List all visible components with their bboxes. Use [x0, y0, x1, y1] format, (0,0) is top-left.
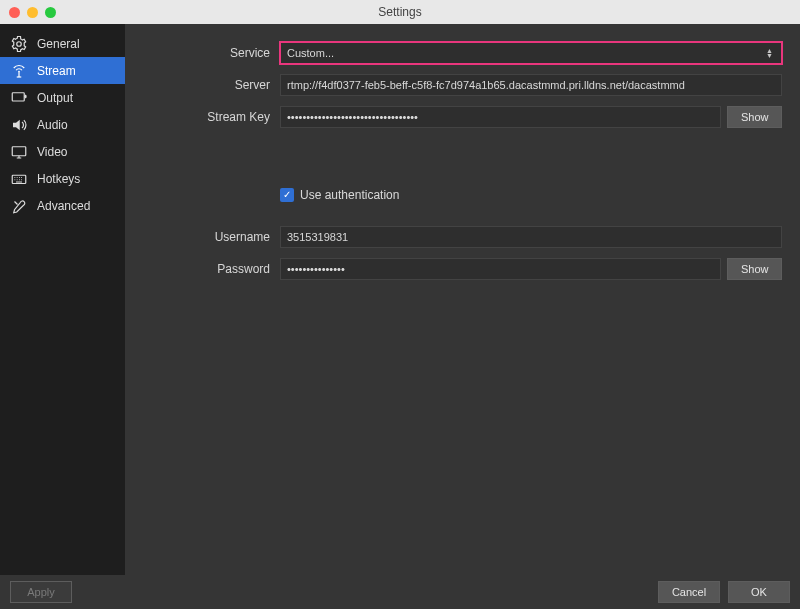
sidebar-item-output[interactable]: Output	[0, 84, 125, 111]
sidebar-item-label: Stream	[37, 64, 76, 78]
username-input[interactable]	[280, 226, 782, 248]
sidebar-item-label: General	[37, 37, 80, 51]
sidebar-item-label: Hotkeys	[37, 172, 80, 186]
antenna-icon	[9, 61, 29, 81]
window-close-button[interactable]	[9, 7, 20, 18]
use-auth-label: Use authentication	[300, 188, 399, 202]
show-streamkey-button[interactable]: Show	[727, 106, 782, 128]
sidebar-item-label: Video	[37, 145, 67, 159]
server-input[interactable]	[280, 74, 782, 96]
sidebar-item-label: Advanced	[37, 199, 90, 213]
sidebar-item-audio[interactable]: Audio	[0, 111, 125, 138]
gear-icon	[9, 34, 29, 54]
tools-icon	[9, 196, 29, 216]
window-title: Settings	[0, 5, 800, 19]
streamkey-label: Stream Key	[125, 110, 280, 124]
updown-icon: ▲▼	[766, 48, 775, 58]
sidebar: General Stream Output Audio Video	[0, 24, 125, 575]
sidebar-item-general[interactable]: General	[0, 30, 125, 57]
username-label: Username	[125, 230, 280, 244]
titlebar: Settings	[0, 0, 800, 24]
svg-point-0	[17, 41, 22, 46]
sidebar-item-video[interactable]: Video	[0, 138, 125, 165]
show-password-button[interactable]: Show	[727, 258, 782, 280]
monitor-icon	[9, 142, 29, 162]
service-label: Service	[125, 46, 280, 60]
window-minimize-button[interactable]	[27, 7, 38, 18]
sidebar-item-hotkeys[interactable]: Hotkeys	[0, 165, 125, 192]
server-label: Server	[125, 78, 280, 92]
use-auth-checkbox[interactable]: ✓	[280, 188, 294, 202]
password-input[interactable]	[280, 258, 721, 280]
apply-button[interactable]: Apply	[10, 581, 72, 603]
service-select-value: Custom...	[287, 47, 334, 59]
sidebar-item-advanced[interactable]: Advanced	[0, 192, 125, 219]
sidebar-item-label: Audio	[37, 118, 68, 132]
streamkey-input[interactable]	[280, 106, 721, 128]
sidebar-item-label: Output	[37, 91, 73, 105]
svg-rect-3	[12, 146, 26, 155]
stream-settings-panel: Service Custom... ▲▼ Server Stream Key S…	[125, 24, 800, 575]
monitor-arrow-icon	[9, 88, 29, 108]
window-zoom-button[interactable]	[45, 7, 56, 18]
speaker-icon	[9, 115, 29, 135]
svg-point-1	[18, 70, 20, 72]
password-label: Password	[125, 262, 280, 276]
footer: Apply Cancel OK	[0, 575, 800, 609]
keyboard-icon	[9, 169, 29, 189]
svg-rect-2	[12, 92, 24, 100]
sidebar-item-stream[interactable]: Stream	[0, 57, 125, 84]
ok-button[interactable]: OK	[728, 581, 790, 603]
cancel-button[interactable]: Cancel	[658, 581, 720, 603]
service-select[interactable]: Custom... ▲▼	[280, 42, 782, 64]
